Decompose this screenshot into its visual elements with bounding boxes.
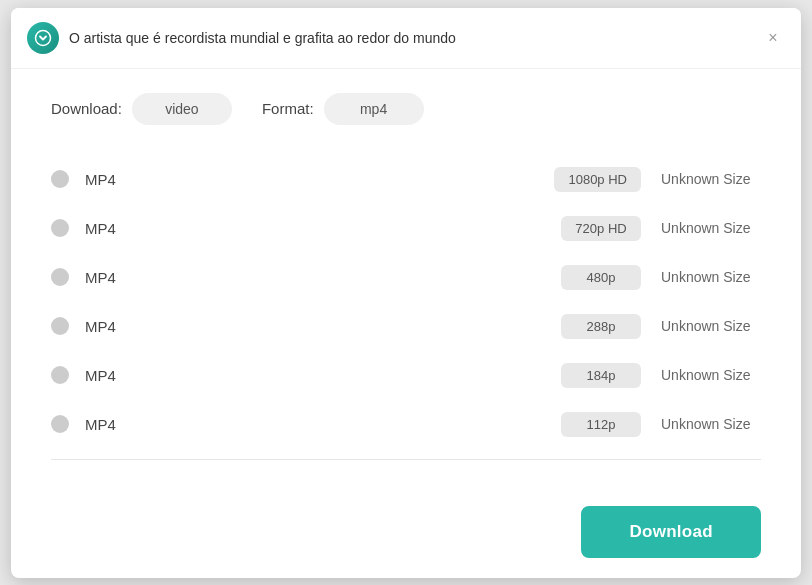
resolution-badge: 112p: [561, 412, 641, 437]
radio-button[interactable]: [51, 219, 69, 237]
size-text: Unknown Size: [661, 269, 761, 285]
option-row[interactable]: MP4184pUnknown Size: [51, 351, 761, 400]
controls-row: Download: video Format: mp4: [51, 93, 761, 125]
radio-button[interactable]: [51, 170, 69, 188]
radio-button[interactable]: [51, 317, 69, 335]
footer: Download: [11, 494, 801, 578]
format-name: MP4: [85, 220, 145, 237]
titlebar: O artista que é recordista mundial e gra…: [11, 8, 801, 69]
app-icon: [27, 22, 59, 54]
size-text: Unknown Size: [661, 171, 761, 187]
download-value[interactable]: video: [132, 93, 232, 125]
option-row[interactable]: MP4288pUnknown Size: [51, 302, 761, 351]
size-text: Unknown Size: [661, 220, 761, 236]
download-label: Download:: [51, 100, 122, 117]
option-row[interactable]: MP41080p HDUnknown Size: [51, 155, 761, 204]
resolution-badge: 720p HD: [561, 216, 641, 241]
main-content: Download: video Format: mp4 MP41080p HDU…: [11, 69, 801, 494]
radio-button[interactable]: [51, 415, 69, 433]
size-text: Unknown Size: [661, 416, 761, 432]
format-name: MP4: [85, 269, 145, 286]
format-control: Format: mp4: [262, 93, 424, 125]
format-name: MP4: [85, 171, 145, 188]
option-row[interactable]: MP4720p HDUnknown Size: [51, 204, 761, 253]
format-name: MP4: [85, 318, 145, 335]
options-list: MP41080p HDUnknown SizeMP4720p HDUnknown…: [51, 155, 761, 449]
size-text: Unknown Size: [661, 367, 761, 383]
resolution-badge: 288p: [561, 314, 641, 339]
option-row[interactable]: MP4112pUnknown Size: [51, 400, 761, 449]
download-control: Download: video: [51, 93, 232, 125]
resolution-badge: 1080p HD: [554, 167, 641, 192]
format-label: Format:: [262, 100, 314, 117]
resolution-badge: 184p: [561, 363, 641, 388]
app-window: O artista que é recordista mundial e gra…: [11, 8, 801, 578]
resolution-badge: 480p: [561, 265, 641, 290]
svg-point-0: [36, 30, 51, 45]
radio-button[interactable]: [51, 268, 69, 286]
option-row[interactable]: MP4480pUnknown Size: [51, 253, 761, 302]
window-title: O artista que é recordista mundial e gra…: [69, 30, 761, 46]
format-name: MP4: [85, 416, 145, 433]
size-text: Unknown Size: [661, 318, 761, 334]
format-name: MP4: [85, 367, 145, 384]
download-button[interactable]: Download: [581, 506, 761, 558]
close-button[interactable]: ×: [761, 26, 785, 50]
format-value[interactable]: mp4: [324, 93, 424, 125]
divider: [51, 459, 761, 460]
radio-button[interactable]: [51, 366, 69, 384]
